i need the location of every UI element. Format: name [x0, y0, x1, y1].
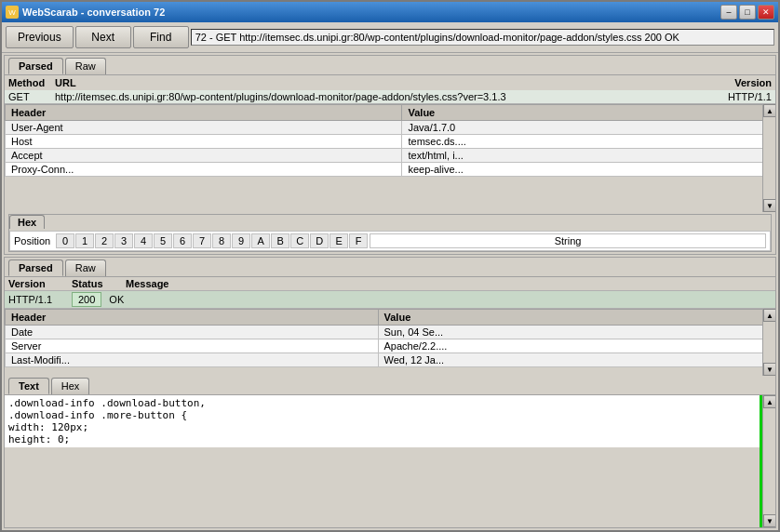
- hex-string-label: String: [370, 233, 766, 248]
- hex-cell: 5: [154, 233, 172, 248]
- header-value: text/html, i...: [402, 149, 775, 163]
- hex-cell: E: [329, 233, 348, 248]
- request-scrollbar[interactable]: ▲ ▼: [762, 104, 775, 212]
- maximize-button[interactable]: □: [739, 5, 756, 20]
- tab-request-parsed[interactable]: Parsed: [8, 58, 63, 74]
- header-name: Accept: [6, 149, 402, 163]
- tab-request-raw[interactable]: Raw: [65, 58, 106, 74]
- header-name: Host: [6, 135, 402, 149]
- table-row: User-AgentJava/1.7.0: [6, 121, 775, 135]
- title-bar-buttons: – □ ✕: [720, 5, 774, 20]
- header-value: Sun, 04 Se...: [378, 326, 774, 339]
- body-line: height: 0;: [8, 433, 772, 446]
- response-tab-bar: Parsed Raw: [5, 258, 775, 277]
- hex-cell: 0: [56, 233, 74, 248]
- hex-cell: 6: [173, 233, 192, 248]
- header-name: Last-Modifi...: [6, 353, 379, 367]
- response-message: OK: [109, 294, 124, 305]
- tab-body-hex[interactable]: Hex: [51, 378, 90, 394]
- minimize-button[interactable]: –: [720, 5, 737, 20]
- body-scroll-down[interactable]: ▼: [763, 514, 775, 527]
- col-header-version: Version: [706, 77, 772, 88]
- main-content: Parsed Raw Method URL Version GET http:/…: [2, 53, 778, 530]
- hex-tab[interactable]: Hex: [9, 215, 45, 229]
- response-panel: Parsed Raw Version Status Message HTTP/1…: [4, 257, 776, 528]
- table-row: Last-Modifi...Wed, 12 Ja...: [6, 353, 775, 367]
- request-version: HTTP/1.1: [706, 91, 772, 102]
- table-row: Hosttemsec.ds....: [6, 135, 775, 149]
- hex-cell: A: [251, 233, 270, 248]
- url-display: 72 - GET http://itemsec.ds.unipi.gr:80/w…: [191, 29, 774, 46]
- green-indicator: [760, 395, 762, 527]
- response-status: 200: [72, 292, 101, 307]
- body-line: .download-info .more-button {: [8, 409, 772, 421]
- hex-cell: 2: [95, 233, 114, 248]
- body-content-wrapper: .download-info .download-button,.downloa…: [5, 395, 775, 527]
- header-name: Server: [6, 339, 379, 353]
- body-line: width: 120px;: [8, 421, 772, 433]
- hex-cell: D: [310, 233, 329, 248]
- tab-response-parsed[interactable]: Parsed: [8, 259, 63, 276]
- hex-tab-bar: Hex: [9, 215, 771, 229]
- hex-row: Position 0123456789ABCDEF String: [9, 231, 771, 251]
- close-button[interactable]: ✕: [758, 5, 774, 20]
- body-tab-bar: Text Hex: [5, 376, 775, 395]
- hex-cell: 4: [134, 233, 153, 248]
- resp-scroll-down[interactable]: ▼: [763, 363, 775, 376]
- body-line: .download-info .download-button,: [8, 397, 772, 409]
- response-headers-table: Header Value DateSun, 04 Se...ServerApac…: [5, 309, 775, 367]
- response-version: HTTP/1.1: [8, 294, 64, 305]
- hex-cells: 0123456789ABCDEF: [56, 233, 368, 248]
- hex-cell: 3: [114, 233, 133, 248]
- request-panel-content: Method URL Version GET http://itemsec.ds…: [5, 75, 775, 254]
- hex-section: Hex Position 0123456789ABCDEF String: [8, 214, 772, 252]
- body-scroll-up[interactable]: ▲: [763, 395, 775, 408]
- response-status-row: HTTP/1.1 200 OK: [5, 291, 775, 309]
- body-scroll-track: [763, 408, 775, 514]
- scroll-up-arrow[interactable]: ▲: [763, 104, 775, 117]
- request-column-headers: Method URL Version: [5, 75, 775, 90]
- title-bar: W WebScarab - conversation 72 – □ ✕: [2, 2, 778, 22]
- response-scrollbar[interactable]: ▲ ▼: [762, 309, 775, 376]
- header-name: Date: [6, 326, 379, 339]
- header-value: keep-alive...: [402, 163, 775, 177]
- hex-cell: F: [349, 233, 368, 248]
- scroll-track: [763, 117, 775, 199]
- app-icon: W: [6, 6, 19, 19]
- body-text-content: .download-info .download-button,.downloa…: [5, 395, 775, 447]
- position-label: Position: [14, 235, 50, 246]
- request-panel: Parsed Raw Method URL Version GET http:/…: [4, 55, 776, 255]
- request-tab-bar: Parsed Raw: [5, 56, 775, 75]
- request-headers-table: Header Value User-AgentJava/1.7.0Hosttem…: [5, 104, 775, 177]
- table-row: DateSun, 04 Se...: [6, 326, 775, 339]
- window-title: WebScarab - conversation 72: [22, 7, 717, 18]
- request-headers-container: Header Value User-AgentJava/1.7.0Hosttem…: [5, 104, 775, 212]
- hex-cell: 9: [232, 233, 250, 248]
- hex-cell: 8: [212, 233, 231, 248]
- main-window: W WebScarab - conversation 72 – □ ✕ Prev…: [0, 0, 780, 532]
- body-scrollbar[interactable]: ▲ ▼: [762, 395, 775, 527]
- hex-cell: B: [271, 233, 289, 248]
- col-header-method: Method: [8, 77, 55, 88]
- scroll-down-arrow[interactable]: ▼: [763, 199, 775, 212]
- th-value: Value: [402, 105, 775, 121]
- th-header: Header: [6, 105, 402, 121]
- tab-response-raw[interactable]: Raw: [65, 259, 106, 276]
- hex-cell: 1: [75, 233, 94, 248]
- next-button[interactable]: Next: [75, 26, 131, 48]
- col-header-resp-version: Version: [8, 278, 64, 289]
- col-header-resp-status: Status: [72, 278, 118, 289]
- col-header-resp-message: Message: [126, 278, 168, 289]
- hex-cell: C: [290, 233, 309, 248]
- response-headers-container: Header Value DateSun, 04 Se...ServerApac…: [5, 309, 775, 376]
- request-info-row: GET http://itemsec.ds.unipi.gr:80/wp-con…: [5, 90, 775, 104]
- resp-th-header: Header: [6, 310, 379, 326]
- header-value: Java/1.7.0: [402, 121, 775, 135]
- find-button[interactable]: Find: [133, 26, 189, 48]
- tab-body-text[interactable]: Text: [8, 378, 49, 394]
- toolbar: Previous Next Find 72 - GET http://items…: [2, 22, 778, 53]
- header-name: Proxy-Conn...: [6, 163, 402, 177]
- resp-scroll-up[interactable]: ▲: [763, 309, 775, 322]
- resp-scroll-track: [763, 322, 775, 363]
- previous-button[interactable]: Previous: [6, 26, 74, 48]
